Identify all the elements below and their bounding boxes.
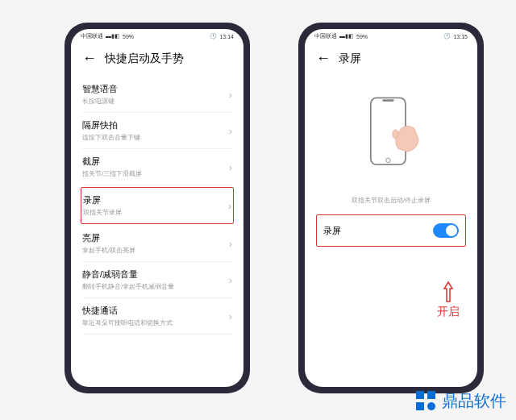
battery: 59% <box>356 34 368 40</box>
arrow-up-icon <box>443 281 454 303</box>
item-subtitle: 靠近耳朵可接听电话和切换方式 <box>82 318 229 327</box>
item-subtitle: 指关节/三指下滑截屏 <box>82 169 229 178</box>
svg-rect-1 <box>382 99 393 102</box>
item-title: 隔屏快拍 <box>82 119 229 131</box>
page-title: 录屏 <box>339 52 361 66</box>
carrier: 中国联通 <box>81 32 103 40</box>
header: ← 录屏 <box>305 44 477 77</box>
svg-rect-6 <box>416 402 424 410</box>
signal-icon: ▬▮◧ <box>339 33 354 40</box>
item-title: 智慧语音 <box>82 83 229 95</box>
svg-rect-4 <box>416 391 424 399</box>
chevron-right-icon: › <box>229 161 232 173</box>
toggle-switch[interactable] <box>433 223 459 238</box>
list-item-wake[interactable]: 亮屏 拿起手机/双击亮屏 › <box>82 226 232 262</box>
watermark: 鼎品软件 <box>414 389 506 412</box>
list-item-mute[interactable]: 静音/减弱音量 翻转手机静音/拿起手机减弱音量 › <box>82 262 232 298</box>
status-bar: 中国联通 ▬▮◧ 59% 🕐 13:14 <box>71 29 243 44</box>
chevron-right-icon: › <box>229 125 232 137</box>
clock-icon: 🕐 <box>210 33 217 40</box>
annotation: 开启 <box>437 281 460 319</box>
item-subtitle: 连按下双击音量下键 <box>82 133 229 142</box>
svg-point-3 <box>393 130 398 139</box>
watermark-text: 鼎品软件 <box>442 390 506 412</box>
item-title: 亮屏 <box>82 232 229 244</box>
item-subtitle: 双指关节录屏 <box>83 208 228 217</box>
chevron-right-icon: › <box>229 89 232 101</box>
list-item-record[interactable]: 录屏 双指关节录屏 › <box>81 187 234 224</box>
time: 13:15 <box>453 34 468 40</box>
list-item-voice[interactable]: 智慧语音 长按电源键 › <box>82 77 232 113</box>
svg-rect-5 <box>427 391 435 399</box>
item-title: 录屏 <box>83 194 228 206</box>
chevron-right-icon: › <box>229 238 232 250</box>
item-subtitle: 翻转手机静音/拿起手机减弱音量 <box>82 282 229 291</box>
clock-icon: 🕐 <box>443 33 451 40</box>
watermark-icon <box>414 389 437 412</box>
svg-point-2 <box>386 158 390 162</box>
annotation-text: 开启 <box>437 305 460 319</box>
list-item-snapshot[interactable]: 隔屏快拍 连按下双击音量下键 › <box>82 113 232 149</box>
list-item-call[interactable]: 快捷通话 靠近耳朵可接听电话和切换方式 › <box>82 298 232 335</box>
chevron-right-icon: › <box>229 310 232 322</box>
svg-point-7 <box>427 402 435 410</box>
time: 13:14 <box>219 34 234 40</box>
page-title: 快捷启动及手势 <box>105 52 184 66</box>
screen-right: 中国联通 ▬▮◧ 59% 🕐 13:15 ← 录屏 <box>305 29 477 387</box>
phone-right: 中国联通 ▬▮◧ 59% 🕐 13:15 ← 录屏 <box>298 23 484 393</box>
item-subtitle: 长按电源键 <box>82 97 229 106</box>
toggle-row-record: 录屏 <box>316 214 466 247</box>
header: ← 快捷启动及手势 <box>71 44 243 77</box>
settings-list: 智慧语音 长按电源键 › 隔屏快拍 连按下双击音量下键 › 截屏 指关节/三指下 <box>71 77 243 335</box>
back-icon[interactable]: ← <box>316 50 331 67</box>
item-subtitle: 拿起手机/双击亮屏 <box>82 246 229 255</box>
status-bar: 中国联通 ▬▮◧ 59% 🕐 13:15 <box>305 29 477 44</box>
knuckle-illustration <box>305 77 477 189</box>
phone-left: 中国联通 ▬▮◧ 59% 🕐 13:14 ← 快捷启动及手势 智慧语音 长按电源… <box>64 23 250 393</box>
chevron-right-icon: › <box>228 200 231 212</box>
item-title: 静音/减弱音量 <box>82 268 229 281</box>
chevron-right-icon: › <box>229 274 232 286</box>
item-title: 快捷通话 <box>82 305 229 317</box>
back-icon[interactable]: ← <box>82 50 97 67</box>
battery: 59% <box>123 34 134 40</box>
toggle-label: 录屏 <box>323 225 341 237</box>
signal-icon: ▬▮◧ <box>106 33 120 40</box>
illustration-caption: 双指关节双击启动/停止录屏 <box>305 189 477 214</box>
screen-left: 中国联通 ▬▮◧ 59% 🕐 13:14 ← 快捷启动及手势 智慧语音 长按电源… <box>71 29 243 387</box>
item-title: 截屏 <box>82 156 229 168</box>
list-item-screenshot[interactable]: 截屏 指关节/三指下滑截屏 › <box>82 149 232 185</box>
carrier: 中国联通 <box>314 32 337 40</box>
